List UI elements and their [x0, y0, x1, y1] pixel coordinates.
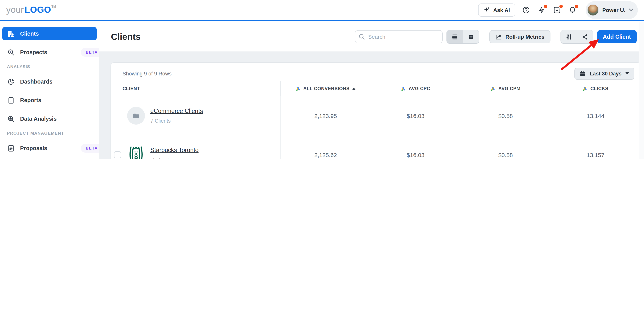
list-view-icon	[452, 34, 458, 40]
row-checkbox[interactable]	[114, 151, 121, 158]
sidebar-item-label: Data Analysis	[20, 116, 57, 122]
content-body: Showing 9 of 9 Rows Last 30 Days CLIENT	[99, 52, 644, 159]
logo-prefix: your	[6, 5, 24, 15]
notification-dot	[575, 5, 578, 8]
notification-dot	[559, 5, 563, 8]
sidebar-item-label: Proposals	[20, 145, 47, 151]
column-label: AVG CPC	[408, 86, 430, 91]
metric-cell: $0.58	[460, 151, 551, 158]
proposals-icon	[7, 144, 15, 152]
table-body: eCommerce Clients 7 Clients 2,123.95 $16…	[111, 96, 640, 159]
column-header-client: CLIENT	[111, 81, 281, 96]
calendar-icon	[580, 71, 586, 76]
search-input[interactable]	[355, 30, 443, 43]
user-name: Power U.	[602, 7, 626, 13]
metric-cell: 13,157	[551, 151, 641, 158]
client-avatar	[127, 146, 145, 159]
table-header: CLIENT ALL CONVERSIONS AVG CPC	[111, 81, 640, 96]
user-menu[interactable]: Power U.	[586, 1, 638, 19]
page-toolbar: Clients	[99, 22, 644, 52]
ask-ai-button[interactable]: Ask AI	[478, 3, 515, 17]
metric-cell: 2,125.62	[281, 151, 371, 158]
caret-down-icon	[626, 72, 629, 75]
prospects-icon: $	[7, 48, 15, 56]
filter-button[interactable]	[561, 30, 576, 43]
sidebar-item-reports[interactable]: Reports	[2, 94, 97, 107]
column-header-avg-cpc[interactable]: AVG CPC	[371, 81, 461, 96]
sidebar-item-dashboards[interactable]: Dashboards	[2, 75, 97, 88]
sliders-icon	[565, 34, 572, 40]
notification-dot	[544, 5, 547, 8]
metric-cell: 2,123.95	[281, 112, 371, 119]
google-ads-icon	[491, 86, 496, 91]
column-header-avg-cpm[interactable]: AVG CPM	[460, 81, 551, 96]
rollup-metrics-button[interactable]: Roll-up Metrics	[490, 30, 550, 43]
clients-icon	[7, 30, 15, 38]
share-button[interactable]	[576, 30, 593, 43]
sidebar-item-proposals[interactable]: Proposals BETA	[2, 142, 97, 155]
filter-share-group	[560, 30, 593, 44]
google-ads-icon	[401, 86, 406, 91]
clients-table-card: Showing 9 of 9 Rows Last 30 Days CLIENT	[110, 62, 641, 159]
import-button[interactable]	[552, 5, 562, 15]
google-ads-icon	[491, 86, 496, 91]
sidebar-item-label: Dashboards	[20, 79, 52, 85]
sidebar-item-prospects[interactable]: $ Prospects BETA	[2, 46, 97, 59]
logo-tm: TM	[52, 5, 56, 9]
showing-rows-text: Showing 9 of 9 Rows	[122, 71, 172, 76]
chevron-down-icon	[629, 9, 633, 11]
ask-ai-label: Ask AI	[493, 7, 510, 13]
notifications-button[interactable]	[568, 5, 577, 15]
list-view-button[interactable]	[447, 30, 463, 43]
sidebar-item-label: Prospects	[20, 49, 47, 55]
sidebar: Clients $ Prospects BETA ANALYSIS Dashbo…	[0, 22, 99, 159]
logo-main: LOGO	[24, 5, 51, 15]
metric-cell: 13,144	[551, 112, 641, 119]
add-client-button[interactable]: Add Client	[597, 30, 637, 43]
search-icon	[359, 34, 365, 40]
sidebar-item-clients[interactable]: Clients	[2, 27, 97, 40]
sidebar-item-data-analysis[interactable]: Data Analysis	[2, 112, 97, 125]
view-toggle	[447, 30, 480, 44]
sidebar-section-project-management: PROJECT MANAGEMENT	[0, 131, 99, 135]
top-header: your LOGO TM Ask AI	[0, 0, 644, 21]
rollup-metrics-label: Roll-up Metrics	[506, 34, 544, 40]
metric-cell: $16.03	[371, 151, 461, 158]
client-subtext: 7 Clients	[150, 118, 171, 124]
page-title: Clients	[111, 32, 140, 42]
vertical-scrollbar-track	[639, 22, 644, 159]
whats-new-button[interactable]	[537, 5, 546, 15]
column-label: AVG CPM	[498, 86, 520, 91]
starbucks-logo	[127, 146, 145, 159]
sparkles-icon	[484, 7, 490, 13]
google-ads-icon	[583, 86, 588, 91]
user-avatar	[587, 4, 599, 16]
column-header-clicks[interactable]: CLICKS	[551, 81, 641, 96]
table-row[interactable]: eCommerce Clients 7 Clients 2,123.95 $16…	[111, 96, 640, 135]
sidebar-item-label: Reports	[20, 97, 41, 103]
client-cell: Starbucks Toronto starbucks.ca	[111, 135, 281, 159]
table-row[interactable]: Starbucks Toronto starbucks.ca 2,125.62 …	[111, 135, 640, 159]
client-name-link[interactable]: eCommerce Clients	[150, 107, 203, 114]
date-range-button[interactable]: Last 30 Days	[574, 68, 634, 80]
client-avatar	[127, 107, 145, 125]
column-header-all-conversions[interactable]: ALL CONVERSIONS	[281, 81, 371, 96]
share-icon	[582, 34, 588, 40]
help-button[interactable]	[522, 5, 531, 15]
svg-text:$: $	[10, 50, 12, 53]
dashboards-icon	[7, 78, 15, 86]
sort-asc-icon	[352, 87, 356, 90]
google-ads-icon	[401, 86, 406, 91]
google-ads-icon	[583, 86, 588, 91]
grid-view-button[interactable]	[463, 30, 479, 43]
beta-badge: BETA	[80, 144, 99, 153]
column-label: ALL CONVERSIONS	[303, 86, 350, 91]
column-label: CLICKS	[590, 86, 608, 91]
folder-icon	[132, 111, 140, 120]
data-analysis-icon	[7, 115, 15, 123]
client-name-link[interactable]: Starbucks Toronto	[150, 146, 198, 153]
client-subtext: starbucks.ca	[150, 157, 180, 159]
help-icon	[522, 6, 530, 14]
metric-cell: $16.03	[371, 112, 461, 119]
app-logo: your LOGO TM	[6, 5, 56, 15]
